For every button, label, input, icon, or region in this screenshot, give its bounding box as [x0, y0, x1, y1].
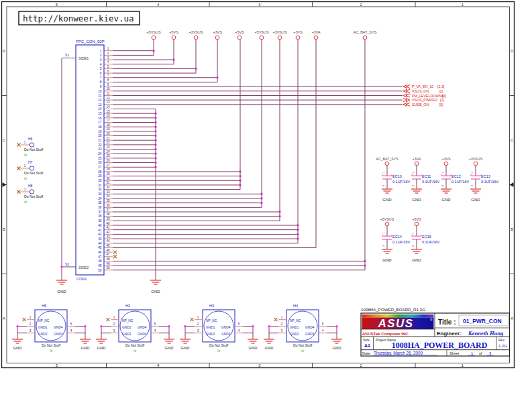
pin-number: 30 [106, 177, 110, 180]
cap-net-label: AC_BAT_SYS [376, 157, 398, 161]
rail-label: +3VS [213, 30, 222, 34]
power-flag-icon [278, 36, 282, 40]
signal-name: VSUS_ON [412, 89, 429, 93]
pin-name: GND4 [54, 326, 63, 329]
mounting-hole-small: 1 H6 Do Not Stuff /x [17, 137, 44, 157]
dns-mark: /x [301, 349, 304, 353]
dns-mark: /x [134, 349, 136, 353]
pin-number: 35 [106, 199, 110, 202]
dns-note: Do Not Stuff [24, 148, 44, 152]
pin-number: 24 [98, 152, 102, 156]
pin-number: 50 [106, 266, 110, 270]
mounting-hole-small: 1 H8 Do Not Stuff /x [17, 184, 44, 204]
schematic-page: 54321 54321 DCBA DCBA http://konweer.kie… [0, 0, 532, 411]
gnd-label: GND [165, 346, 174, 350]
dns-note: Do Not Stuff [24, 194, 44, 198]
pin-number: 47 [106, 253, 110, 256]
power-flag-icon [260, 36, 264, 40]
no-connect-x [113, 255, 117, 258]
mounting-hole-small: 1 H7 Do Not Stuff /x [17, 160, 44, 180]
cap-pin-number: 1 [382, 232, 385, 234]
capacitor-symbol [411, 222, 422, 253]
connector-pin-numbers-inside: 1234567891011121314151617181920212223242… [98, 50, 102, 272]
pin-number: 1 [107, 47, 109, 50]
schematic-canvas: 54321 54321 DCBA DCBA http://konweer.kie… [0, 0, 532, 411]
capacitor-symbol [470, 162, 481, 193]
pin-number: 4 [107, 60, 109, 64]
cap-pin-number: 1 [411, 232, 415, 234]
gnd-label: GND [265, 346, 274, 350]
frame-col-label: 3 [258, 3, 260, 7]
pin-number: 9 [107, 83, 109, 86]
rail-label: +5VS [235, 30, 244, 34]
wires-layer [60, 40, 403, 280]
gnd-label: GND [151, 290, 160, 294]
power-rails: +5VSUS +5VS +3VSUS +3VS +5VS +5VSUS +3VS… [146, 30, 376, 40]
pin-number: 15 [106, 110, 110, 113]
offpage-arrow-icon [403, 99, 410, 102]
pin-name: NP_NC [122, 319, 134, 322]
frame-col-label: 1 [462, 363, 464, 367]
pin-number: 13 [98, 103, 102, 107]
pin-number: 40 [98, 224, 102, 227]
frame-row-label: D [511, 49, 513, 53]
frame-ticks-bottom [107, 363, 416, 368]
pin-name: GND2 [206, 333, 215, 336]
pin-number: 28 [106, 168, 110, 171]
pin-number: 25 [98, 157, 102, 160]
pin-number: 1 [113, 316, 115, 319]
capacitor-symbol [441, 162, 451, 193]
cap-ref: EC12 [451, 174, 461, 178]
gnd-label: GND [382, 198, 392, 202]
connector-pin-numbers-outside: 1234567891011121314151617181920212223242… [106, 47, 110, 270]
pin-number: 1 [24, 164, 26, 168]
title-label: Title : [438, 318, 456, 326]
no-connect-x-icon [17, 143, 21, 147]
pin-number: 7 [100, 76, 102, 80]
no-connect-x-icon [17, 190, 21, 194]
pin-number: 4 [322, 329, 324, 333]
cap-pin-number: 1 [411, 172, 415, 174]
pin-number: 45 [106, 244, 110, 247]
pin-number: 49 [106, 262, 110, 266]
pin-number: 2 [281, 322, 283, 326]
pin-number: 49 [98, 264, 102, 268]
capacitor-symbol [382, 222, 392, 253]
frame-row-label: B [3, 227, 5, 231]
dns-mark: /x [50, 349, 52, 353]
gnd-symbol [56, 280, 67, 284]
date-value: Thursday, March 26, 2009 [374, 351, 423, 356]
pin-number: 32 [106, 186, 110, 189]
fold-arrow-left [3, 182, 7, 187]
cap-pin-number: 1 [441, 172, 444, 174]
cap-net-label: +5VS [412, 217, 421, 221]
signal: PM_LEVELDOWN# [2] [403, 94, 446, 98]
gnd-label: GND [97, 346, 106, 350]
mount-holes-small: 1 H6 Do Not Stuff /x 1 H7 Do Not Stuff /… [17, 137, 44, 204]
gnd-label: GND [441, 198, 451, 202]
frame-col-label: 4 [157, 363, 159, 367]
cap-net-label: +3VA [413, 157, 421, 161]
pin-name: GND3 [138, 333, 147, 336]
cap-pin-number: 2 [382, 184, 385, 186]
pin-number: 50 [98, 269, 102, 272]
pin-number: 17 [106, 119, 110, 122]
dns-mark: /x [24, 153, 27, 157]
cap-pin-number: 1 [470, 172, 474, 174]
frame-row-label: C [3, 138, 5, 142]
connector-footer-label: CON1 [76, 277, 87, 281]
pin-name: GND2 [38, 333, 48, 336]
pin-number: 32 [98, 188, 102, 191]
pin-number: 26 [98, 161, 102, 164]
mount-holes-large: H5 1 2 3 5 4 NP_NC GND1 GND2 GND4 GND3 D… [12, 304, 342, 353]
pin-number: 7 [107, 74, 109, 77]
power-rail: +5VSUS [146, 30, 161, 40]
pin-number: 4 [154, 329, 156, 333]
connector-side2-label: SIDE2 [78, 266, 89, 270]
signal-pages: [2] [440, 98, 444, 102]
capacitor: +5VSUS EC14 0.1UF/16V 1 2 GND [380, 217, 411, 262]
frame-labels-top: 54321 [56, 3, 464, 7]
dns-note: Do Not Stuff [209, 343, 229, 347]
cap-ref: EC13 [481, 174, 490, 178]
hole-ref: H5 [42, 304, 46, 308]
